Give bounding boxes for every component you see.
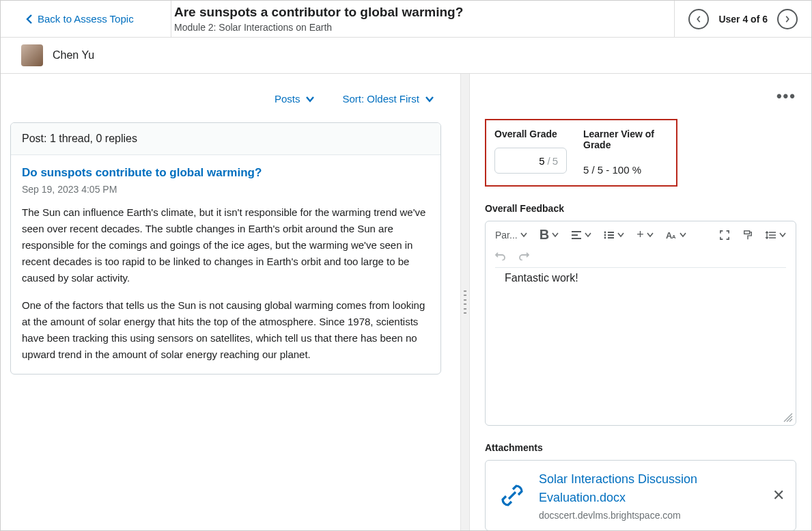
redo-tool[interactable] <box>518 251 529 260</box>
chevron-right-icon <box>784 15 791 23</box>
attachments-label: Attachments <box>485 442 796 453</box>
module-subtitle: Module 2: Solar Interactions on Earth <box>174 22 666 33</box>
bold-tool[interactable]: B <box>540 227 559 243</box>
more-actions-button[interactable]: ••• <box>776 87 796 105</box>
posts-filter[interactable]: Posts <box>275 93 316 105</box>
overall-grade-input[interactable] <box>524 155 544 167</box>
chevron-down-icon <box>617 232 624 238</box>
plus-icon: + <box>636 228 644 242</box>
font-size-icon: AA <box>666 230 677 240</box>
post-summary: Post: 1 thread, 0 replies <box>11 123 440 155</box>
sort-filter-label: Sort: Oldest First <box>342 93 419 105</box>
student-bar: Chen Yu <box>1 38 811 74</box>
undo-tool[interactable] <box>495 251 506 260</box>
insert-tool[interactable]: + <box>636 228 654 242</box>
back-label: Back to Assess Topic <box>38 13 134 25</box>
line-spacing-tool[interactable] <box>766 230 786 240</box>
chevron-down-icon <box>520 232 527 238</box>
user-navigation: User 4 of 6 <box>674 1 811 37</box>
grip-icon <box>464 290 466 314</box>
chevron-down-icon <box>647 232 654 238</box>
overall-grade-label: Overall Grade <box>494 128 567 139</box>
svg-point-0 <box>604 231 606 233</box>
posts-panel: Posts Sort: Oldest First Post: 1 thread,… <box>1 74 460 530</box>
fullscreen-tool[interactable] <box>719 230 730 240</box>
attachment-card: Solar Interactions Discussion Evaluation… <box>485 460 796 530</box>
svg-rect-5 <box>744 230 750 233</box>
svg-point-1 <box>604 234 606 236</box>
title-block: Are sunspots a contributor to global war… <box>171 1 674 37</box>
overall-grade-input-wrapper: / 5 <box>494 148 567 174</box>
expand-icon <box>719 230 730 240</box>
chevron-down-icon <box>425 96 434 103</box>
learner-view-label: Learner View of Grade <box>583 128 668 150</box>
editor-resize-handle[interactable] <box>783 413 793 422</box>
sort-filter[interactable]: Sort: Oldest First <box>342 93 434 105</box>
grade-separator: / <box>547 155 550 167</box>
post-card: Post: 1 thread, 0 replies Do sunspots co… <box>10 122 441 375</box>
chevron-down-icon <box>585 232 591 238</box>
list-tool[interactable] <box>604 230 624 240</box>
overall-feedback-label: Overall Feedback <box>485 203 796 214</box>
grading-panel: ••• Overall Grade / 5 Learner View of Gr… <box>470 74 811 530</box>
redo-icon <box>518 251 529 260</box>
page-title: Are sunspots a contributor to global war… <box>174 5 666 21</box>
posts-filter-label: Posts <box>275 93 300 105</box>
svg-point-2 <box>604 236 606 239</box>
align-tool[interactable] <box>571 230 591 240</box>
student-name: Chen Yu <box>53 49 94 62</box>
bullet-list-icon <box>604 230 615 240</box>
link-icon <box>496 480 528 511</box>
next-user-button[interactable] <box>777 9 798 29</box>
attachment-domain: docscert.devlms.brightspace.com <box>539 510 761 521</box>
grade-max: 5 <box>552 155 558 167</box>
align-left-icon <box>571 230 582 240</box>
svg-text:A: A <box>666 230 672 240</box>
chevron-down-icon <box>779 232 786 238</box>
user-count-label: User 4 of 6 <box>718 14 768 25</box>
chevron-left-icon <box>695 15 702 23</box>
attachment-name-link[interactable]: Solar Interactions Discussion Evaluation… <box>539 470 761 507</box>
post-title-link[interactable]: Do sunspots contribute to global warming… <box>22 166 430 180</box>
line-spacing-icon <box>766 230 776 240</box>
post-date: Sep 19, 2023 4:05 PM <box>22 184 430 195</box>
bold-icon: B <box>540 227 549 243</box>
panel-resize-handle[interactable] <box>460 74 470 530</box>
post-paragraph-2: One of the factors that tells us the Sun… <box>22 297 430 363</box>
student-avatar[interactable] <box>21 44 43 66</box>
feedback-textarea[interactable]: Fantastic work! <box>495 267 786 425</box>
undo-icon <box>495 251 506 260</box>
back-to-assess-topic-link[interactable]: Back to Assess Topic <box>1 1 171 37</box>
format-paint-tool[interactable] <box>742 230 753 240</box>
grade-summary-box: Overall Grade / 5 Learner View of Grade … <box>485 119 677 187</box>
font-tool[interactable]: AA <box>666 230 686 240</box>
format-paint-icon <box>742 230 753 240</box>
remove-attachment-button[interactable]: ✕ <box>772 487 785 504</box>
chevron-down-icon <box>680 232 686 238</box>
svg-text:A: A <box>671 233 675 239</box>
learner-view-value: 5 / 5 - 100 % <box>583 159 668 176</box>
chevron-left-icon <box>25 14 33 24</box>
resize-grip-icon <box>783 413 793 422</box>
chevron-down-icon <box>305 96 315 103</box>
prev-user-button[interactable] <box>688 9 709 29</box>
chevron-down-icon <box>552 232 559 238</box>
editor-toolbar: Par... B + <box>486 221 796 267</box>
paragraph-style-tool[interactable]: Par... <box>495 230 527 241</box>
feedback-editor: Par... B + <box>485 221 796 426</box>
post-paragraph-1: The Sun can influence Earth's climate, b… <box>22 204 430 286</box>
